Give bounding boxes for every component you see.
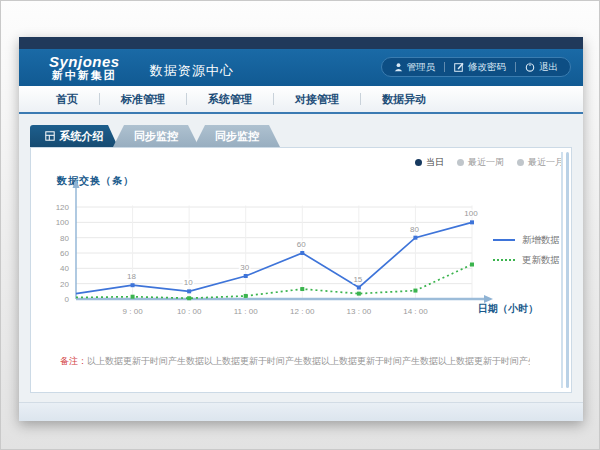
legend-item-1[interactable]: 更新数据 <box>493 250 560 270</box>
radio-label: 最近一月 <box>528 156 564 169</box>
nav-item-0[interactable]: 首页 <box>35 92 99 107</box>
power-icon <box>525 62 535 72</box>
footnote-prefix: 备注： <box>60 356 87 366</box>
chart-x-axis-title: 日期（小时） <box>478 302 538 316</box>
series-marker <box>300 251 304 255</box>
app-header: Synjones 新中新集团 数据资源中心 管理员 修改密码 退出 <box>19 49 583 86</box>
person-icon <box>394 62 403 72</box>
series-marker <box>357 292 361 296</box>
brand-logo-cn: 新中新集团 <box>49 69 120 81</box>
series-marker <box>244 294 248 298</box>
desktop-background: Synjones 新中新集团 数据资源中心 管理员 修改密码 退出 <box>0 0 600 450</box>
radio-dot <box>517 159 524 166</box>
series-marker <box>300 287 304 291</box>
tab-2[interactable]: 同步监控 <box>194 125 280 147</box>
tab-1[interactable]: 同步监控 <box>113 125 199 147</box>
data-label: 60 <box>297 240 306 249</box>
legend-line-sample <box>493 239 515 241</box>
data-label: 30 <box>240 263 249 272</box>
y-tick-label: 80 <box>60 234 69 243</box>
nav-item-4[interactable]: 数据异动 <box>361 92 447 107</box>
data-label: 80 <box>410 225 419 234</box>
chart-svg: 0204060801001209 : 0010 : 0011 : 0012 : … <box>41 164 503 356</box>
change-password-label: 修改密码 <box>468 61 506 74</box>
nav-item-3[interactable]: 对接管理 <box>274 92 360 107</box>
y-tick-label: 20 <box>60 280 69 289</box>
x-tick-label: 13 : 00 <box>347 307 372 316</box>
x-tick-label: 10 : 00 <box>177 307 202 316</box>
scrollbar-thumb[interactable] <box>566 152 569 388</box>
series-line-1 <box>76 265 472 299</box>
data-label: 10 <box>184 278 193 287</box>
y-tick-label: 100 <box>56 218 70 227</box>
main-nav: 首页标准管理系统管理对接管理数据异动 <box>19 86 583 114</box>
window-footer <box>19 402 583 421</box>
legend-item-0[interactable]: 新增数据 <box>493 230 560 250</box>
series-marker <box>470 263 474 267</box>
data-label: 18 <box>127 272 136 281</box>
logout-label: 退出 <box>539 61 558 74</box>
y-tick-label: 120 <box>56 203 70 212</box>
line-chart: 0204060801001209 : 0010 : 0011 : 0012 : … <box>41 164 503 360</box>
y-tick-label: 0 <box>65 295 70 304</box>
series-marker <box>131 295 135 299</box>
nav-item-2[interactable]: 系统管理 <box>187 92 273 107</box>
legend-line-sample <box>493 259 515 261</box>
tab-label: 系统介绍 <box>60 125 104 147</box>
y-axis-arrow-icon <box>73 179 80 188</box>
app-window: Synjones 新中新集团 数据资源中心 管理员 修改密码 退出 <box>19 37 583 421</box>
footnote: 备注：以上数据更新于时间产生数据以上数据更新于时间产生数据以上数据更新于时间产生… <box>60 355 530 368</box>
series-marker <box>187 296 191 300</box>
data-label: 15 <box>353 275 362 284</box>
brand-logo-en: Synjones <box>49 54 120 69</box>
x-tick-label: 12 : 00 <box>290 307 315 316</box>
x-tick-label: 11 : 00 <box>234 307 258 316</box>
series-marker <box>470 220 474 224</box>
data-label: 100 <box>464 209 478 218</box>
series-marker <box>131 283 135 287</box>
time-range-option-2[interactable]: 最近一月 <box>517 156 564 169</box>
series-legend: 新增数据更新数据 <box>493 230 560 270</box>
legend-label: 新增数据 <box>522 234 560 247</box>
series-marker <box>357 286 361 290</box>
tab-0[interactable]: 系统介绍 <box>30 125 118 147</box>
user-toolbar: 管理员 修改密码 退出 <box>381 57 572 77</box>
user-menu-button[interactable]: 管理员 <box>385 61 445 74</box>
user-menu-label: 管理员 <box>407 61 436 74</box>
content-panel: 当日最近一周最近一月 数据交换（条） 0204060801001209 : 00… <box>30 147 572 393</box>
footnote-text: 以上数据更新于时间产生数据以上数据更新于时间产生数据以上数据更新于时间产生数据以… <box>87 356 530 366</box>
y-tick-label: 40 <box>60 264 69 273</box>
tab-bar: 系统介绍同步监控同步监控 <box>30 125 583 147</box>
x-tick-label: 14 : 00 <box>403 307 428 316</box>
series-marker <box>413 289 417 293</box>
series-marker <box>413 236 417 240</box>
change-password-button[interactable]: 修改密码 <box>445 61 515 74</box>
tab-label: 同步监控 <box>134 125 178 147</box>
edit-icon <box>454 62 464 72</box>
series-marker <box>187 289 191 293</box>
window-top-strip <box>19 37 583 49</box>
legend-label: 更新数据 <box>522 254 560 267</box>
brand-logo: Synjones 新中新集团 <box>49 54 120 81</box>
series-marker <box>244 274 248 278</box>
logout-button[interactable]: 退出 <box>516 61 567 74</box>
app-title: 数据资源中心 <box>136 56 234 80</box>
grid-document-icon <box>45 131 55 141</box>
y-tick-label: 60 <box>60 249 69 258</box>
nav-item-1[interactable]: 标准管理 <box>100 92 186 107</box>
content-area: 系统介绍同步监控同步监控 当日最近一周最近一月 数据交换（条） 02040608… <box>19 125 583 393</box>
tab-label: 同步监控 <box>215 125 259 147</box>
x-tick-label: 9 : 00 <box>123 307 144 316</box>
scrollbar-track <box>561 152 563 388</box>
